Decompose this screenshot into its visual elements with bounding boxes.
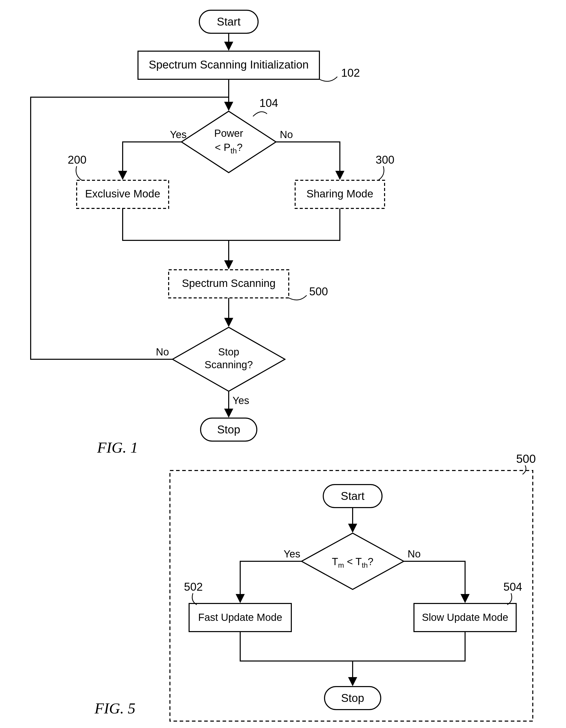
stop-scanning-decision: Stop Scanning? (173, 327, 285, 391)
edge (240, 561, 301, 602)
stop-terminal-fig1: Stop (201, 418, 257, 441)
power-cond: < Pth? (215, 142, 243, 155)
power-label: Power (214, 128, 243, 139)
yes-down-label: Yes (233, 395, 249, 406)
ref-leader (523, 465, 526, 474)
no-loop-label: No (156, 346, 169, 357)
edge-loopback (31, 97, 229, 359)
stop5-text: Stop (341, 692, 364, 704)
ref-500: 500 (309, 285, 328, 298)
edge (240, 632, 465, 661)
fast-text: Fast Update Mode (198, 612, 282, 623)
stopq-line2: Scanning? (205, 359, 253, 370)
edge (123, 208, 340, 240)
ref-502: 502 (184, 580, 203, 593)
ref-leader (253, 112, 267, 116)
exclusive-mode-box: Exclusive Mode (77, 180, 169, 208)
no-label: No (280, 129, 293, 140)
no5-label: No (407, 548, 421, 559)
start-terminal-fig1: Start (199, 10, 258, 33)
ref-leader (289, 295, 306, 300)
edge (404, 561, 465, 602)
tm-text: Tm < Tth? (332, 556, 373, 569)
ref-102: 102 (341, 66, 360, 79)
init-text: Spectrum Scanning Initialization (149, 58, 309, 71)
ref-504: 504 (503, 580, 522, 593)
edge (276, 142, 340, 179)
ref-leader (378, 166, 384, 180)
yes-label: Yes (170, 129, 187, 140)
edge (123, 142, 182, 179)
exclusive-text: Exclusive Mode (85, 188, 160, 200)
stop-text: Stop (217, 423, 241, 436)
fig5-label: FIG. 5 (94, 700, 136, 717)
ref-leader (319, 77, 337, 81)
spectrum-scan-text: Spectrum Scanning (182, 277, 276, 289)
sharing-text: Sharing Mode (306, 188, 373, 200)
power-decision: Power < Pth? (182, 111, 276, 173)
start5-text: Start (341, 490, 365, 502)
fast-update-box: Fast Update Mode (189, 603, 291, 632)
ref-300: 300 (376, 153, 394, 166)
init-process: Spectrum Scanning Initialization (138, 51, 319, 79)
ref-200: 200 (68, 153, 86, 166)
ref-leader (76, 166, 82, 180)
ref-500-container: 500 (516, 452, 536, 465)
stop-terminal-fig5: Stop (324, 687, 381, 710)
spectrum-scanning-box: Spectrum Scanning (169, 270, 289, 298)
slow-update-box: Slow Update Mode (414, 603, 516, 632)
ref-104: 104 (260, 97, 278, 109)
yes5-label: Yes (283, 548, 300, 559)
stopq-line1: Stop (218, 346, 239, 357)
tm-decision: Tm < Tth? (301, 533, 404, 589)
start-terminal-fig5: Start (323, 485, 382, 508)
start-text: Start (217, 15, 241, 28)
fig1-label: FIG. 1 (97, 439, 138, 456)
sharing-mode-box: Sharing Mode (295, 180, 384, 208)
slow-text: Slow Update Mode (422, 612, 508, 623)
